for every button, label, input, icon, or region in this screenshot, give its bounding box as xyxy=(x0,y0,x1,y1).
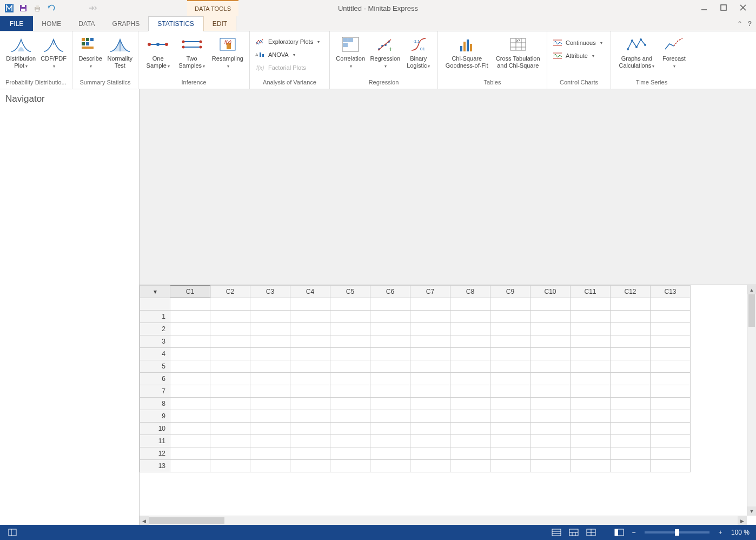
print-icon[interactable] xyxy=(31,2,43,14)
zoom-out-button[interactable]: − xyxy=(629,529,638,536)
grid-cell[interactable] xyxy=(210,398,250,410)
grid-cell[interactable] xyxy=(651,385,691,398)
attribute-button[interactable]: Attribute▾ xyxy=(551,50,607,62)
grid-cell[interactable] xyxy=(410,373,450,385)
grid-cell[interactable] xyxy=(530,348,571,360)
grid-cell[interactable] xyxy=(571,410,611,423)
grid-cell[interactable] xyxy=(370,323,410,335)
help-icon[interactable]: ? xyxy=(748,20,752,28)
grid-cell[interactable] xyxy=(530,435,571,447)
tab-file[interactable]: FILE xyxy=(0,16,33,31)
grid-cell[interactable] xyxy=(290,373,330,385)
grid-cell[interactable] xyxy=(571,360,611,373)
grid-cell[interactable] xyxy=(530,398,571,410)
grid-cell[interactable] xyxy=(170,410,210,423)
grid-cell[interactable] xyxy=(571,311,611,323)
column-header[interactable]: C6 xyxy=(370,286,410,298)
grid-cell[interactable] xyxy=(210,373,250,385)
grid-cell[interactable] xyxy=(330,410,370,423)
resampling-button[interactable]: f(x) Resampling▾ xyxy=(209,34,246,70)
grid-cell[interactable] xyxy=(530,360,571,373)
grid-cell[interactable] xyxy=(611,323,651,335)
grid-cell[interactable] xyxy=(490,385,530,398)
grid-cell[interactable] xyxy=(450,447,490,460)
grid-cell[interactable] xyxy=(490,447,530,460)
grid-cell[interactable] xyxy=(370,360,410,373)
vertical-scrollbar[interactable]: ▲ ▼ xyxy=(747,285,756,516)
grid-cell[interactable] xyxy=(250,385,290,398)
grid-cell[interactable] xyxy=(651,447,691,460)
exploratory-plots-button[interactable]: Exploratory Plots▾ xyxy=(253,36,326,48)
grid-cell[interactable] xyxy=(450,298,490,311)
view-output-icon[interactable] xyxy=(612,527,626,538)
grid-cell[interactable] xyxy=(170,447,210,460)
column-header[interactable]: C13 xyxy=(651,286,691,298)
grid-cell[interactable] xyxy=(571,435,611,447)
grid-cell[interactable] xyxy=(250,348,290,360)
zoom-slider-knob[interactable] xyxy=(675,529,679,536)
grid-cell[interactable] xyxy=(330,298,370,311)
grid-cell[interactable] xyxy=(410,423,450,435)
grid-cell[interactable] xyxy=(370,447,410,460)
grid-cell[interactable] xyxy=(530,335,571,348)
grid-cell[interactable] xyxy=(611,423,651,435)
grid-cell[interactable] xyxy=(290,348,330,360)
grid-cell[interactable] xyxy=(210,460,250,472)
grid-cell[interactable] xyxy=(210,447,250,460)
grid-cell[interactable] xyxy=(410,348,450,360)
grid-cell[interactable] xyxy=(330,460,370,472)
grid-cell[interactable] xyxy=(490,398,530,410)
grid-cell[interactable] xyxy=(370,335,410,348)
grid-cell[interactable] xyxy=(370,373,410,385)
grid-cell[interactable] xyxy=(210,435,250,447)
two-samples-button[interactable]: Two Samples▾ xyxy=(174,34,209,70)
grid-cell[interactable] xyxy=(250,311,290,323)
grid-cell[interactable] xyxy=(530,311,571,323)
grid-cell[interactable] xyxy=(290,460,330,472)
anova-button[interactable]: A ANOVA▾ xyxy=(253,49,326,61)
row-header[interactable]: 7 xyxy=(140,385,170,398)
grid-cell[interactable] xyxy=(210,323,250,335)
row-header-name[interactable] xyxy=(140,298,170,311)
grid-cell[interactable] xyxy=(530,410,571,423)
grid-cell[interactable] xyxy=(370,298,410,311)
column-header[interactable]: C4 xyxy=(290,286,330,298)
grid-cell[interactable] xyxy=(410,385,450,398)
grid-cell[interactable] xyxy=(370,385,410,398)
tab-edit[interactable]: EDIT xyxy=(203,16,236,31)
grid-cell[interactable] xyxy=(250,447,290,460)
grid-cell[interactable] xyxy=(290,360,330,373)
grid-cell[interactable] xyxy=(250,423,290,435)
grid-cell[interactable] xyxy=(611,298,651,311)
one-sample-button[interactable]: One Sample▾ xyxy=(142,34,174,70)
grid-cell[interactable] xyxy=(651,348,691,360)
view-grid-icon[interactable] xyxy=(584,527,598,538)
continuous-button[interactable]: Continuous▾ xyxy=(551,37,607,49)
grid-cell[interactable] xyxy=(490,410,530,423)
grid-cell[interactable] xyxy=(490,373,530,385)
grid-cell[interactable] xyxy=(210,335,250,348)
column-header[interactable]: C3 xyxy=(250,286,290,298)
zoom-slider[interactable] xyxy=(645,531,709,534)
row-header[interactable]: 3 xyxy=(140,335,170,348)
column-header[interactable]: C5 xyxy=(330,286,370,298)
grid-cell[interactable] xyxy=(611,311,651,323)
grid-cell[interactable] xyxy=(490,311,530,323)
scroll-down-icon[interactable]: ▼ xyxy=(747,506,756,516)
grid-cell[interactable] xyxy=(490,423,530,435)
row-header[interactable]: 12 xyxy=(140,447,170,460)
grid-cell[interactable] xyxy=(651,410,691,423)
grid-cell[interactable] xyxy=(490,335,530,348)
grid-cell[interactable] xyxy=(410,335,450,348)
row-header[interactable]: 4 xyxy=(140,348,170,360)
distribution-plot-button[interactable]: Distribution Plot▾ xyxy=(3,34,38,70)
grid-cell[interactable] xyxy=(170,323,210,335)
scroll-left-icon[interactable]: ◀ xyxy=(140,516,149,525)
grid-cell[interactable] xyxy=(450,360,490,373)
grid-cell[interactable] xyxy=(170,360,210,373)
grid-cell[interactable] xyxy=(410,298,450,311)
grid-cell[interactable] xyxy=(651,323,691,335)
tab-data[interactable]: DATA xyxy=(70,16,103,31)
grid-cell[interactable] xyxy=(330,385,370,398)
grid-cell[interactable] xyxy=(410,323,450,335)
